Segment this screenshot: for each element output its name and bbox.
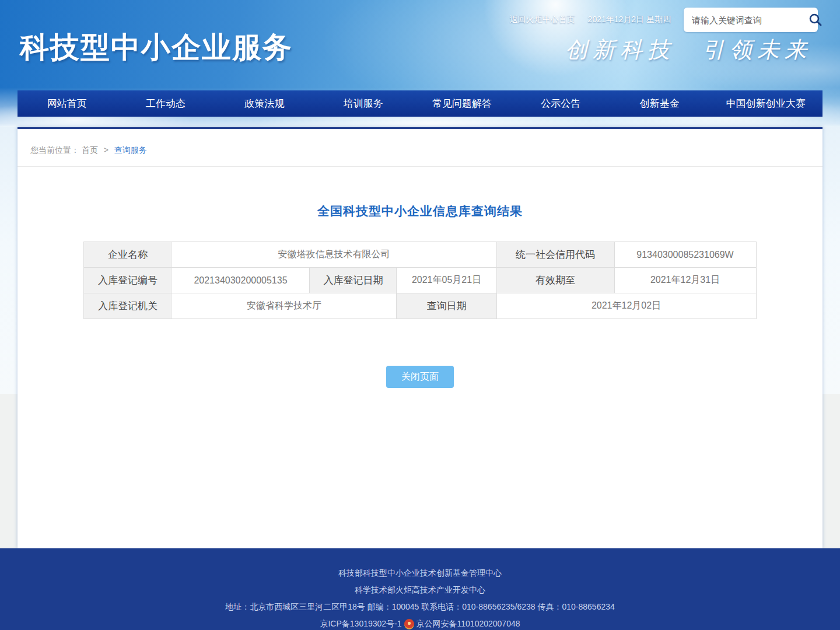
company-name-label: 企业名称 (84, 242, 172, 268)
site-logo: 科技型中小企业服务 (20, 28, 293, 67)
breadcrumb-prefix: 您当前位置： (30, 145, 79, 155)
breadcrumb-current-link[interactable]: 查询服务 (114, 145, 147, 155)
page-title: 全国科技型中小企业信息库查询结果 (18, 203, 822, 219)
page-root: 科技型中小企业服务 返回火炬中心首页 2021年12月2日 星期四 创新科技 引… (0, 0, 840, 630)
nav-item-announcements[interactable]: 公示公告 (512, 90, 610, 117)
search-icon[interactable] (808, 11, 823, 29)
result-table: 企业名称 安徽塔孜信息技术有限公司 统一社会信用代码 9134030008523… (83, 242, 756, 319)
nav-item-work-news[interactable]: 工作动态 (116, 90, 215, 117)
breadcrumb-home-link[interactable]: 首页 (82, 145, 98, 155)
reg-agency-value: 安徽省科学技术厅 (172, 293, 397, 319)
footer-address-line: 地址：北京市西城区三里河二区甲18号 邮编：100045 联系电话：010-88… (0, 598, 840, 615)
breadcrumb-separator: > (104, 145, 108, 155)
table-row: 入库登记机关 安徽省科学技术厅 查询日期 2021年12月02日 (84, 293, 756, 319)
slogan-text: 创新科技 引领未来 (565, 35, 812, 65)
search-box (684, 8, 818, 32)
footer-org-line-1: 科技部科技型中小企业技术创新基金管理中心 (0, 565, 840, 582)
police-record-link[interactable]: 京公网安备11010202007048 (416, 615, 520, 630)
nav-item-policies[interactable]: 政策法规 (215, 90, 314, 117)
nav-item-faq[interactable]: 常见问题解答 (412, 90, 511, 117)
main-content-panel: 您当前位置： 首页 > 查询服务 全国科技型中小企业信息库查询结果 企业名称 安… (18, 127, 822, 548)
nav-item-innovation-competition[interactable]: 中国创新创业大赛 (709, 90, 822, 117)
breadcrumb: 您当前位置： 首页 > 查询服务 (18, 129, 822, 167)
footer-registration-line: 京ICP备13019302号-1 京公网安备11010202007048 (0, 615, 840, 630)
query-date-label: 查询日期 (397, 293, 496, 319)
back-to-torch-center-link[interactable]: 返回火炬中心首页 (510, 15, 575, 25)
nav-item-home[interactable]: 网站首页 (18, 90, 116, 117)
search-input[interactable] (692, 15, 808, 25)
page-footer: 科技部科技型中小企业技术创新基金管理中心 科学技术部火炬高技术产业开发中心 地址… (0, 548, 840, 630)
reg-date-value: 2021年05月21日 (397, 268, 496, 293)
nav-item-innovation-fund[interactable]: 创新基金 (610, 90, 709, 117)
query-date-value: 2021年12月02日 (496, 293, 756, 319)
valid-until-value: 2021年12月31日 (614, 268, 756, 293)
close-page-button[interactable]: 关闭页面 (386, 366, 454, 388)
valid-until-label: 有效期至 (496, 268, 614, 293)
reg-number-value: 202134030200005135 (172, 268, 310, 293)
company-name-value: 安徽塔孜信息技术有限公司 (172, 242, 496, 268)
credit-code-value: 91340300085231069W (614, 242, 756, 268)
police-badge-icon (404, 619, 414, 629)
credit-code-label: 统一社会信用代码 (496, 242, 614, 268)
icp-record-link[interactable]: 京ICP备13019302号-1 (320, 615, 401, 630)
nav-item-training[interactable]: 培训服务 (314, 90, 412, 117)
table-row: 入库登记编号 202134030200005135 入库登记日期 2021年05… (84, 268, 756, 293)
table-row: 企业名称 安徽塔孜信息技术有限公司 统一社会信用代码 9134030008523… (84, 242, 756, 268)
footer-org-line-2: 科学技术部火炬高技术产业开发中心 (0, 582, 840, 598)
current-date-text: 2021年12月2日 星期四 (588, 15, 671, 25)
main-navigation: 网站首页 工作动态 政策法规 培训服务 常见问题解答 公示公告 创新基金 中国创… (18, 90, 822, 117)
reg-date-label: 入库登记日期 (310, 268, 397, 293)
reg-number-label: 入库登记编号 (84, 268, 172, 293)
reg-agency-label: 入库登记机关 (84, 293, 172, 319)
top-utility-bar: 返回火炬中心首页 2021年12月2日 星期四 (510, 8, 818, 32)
